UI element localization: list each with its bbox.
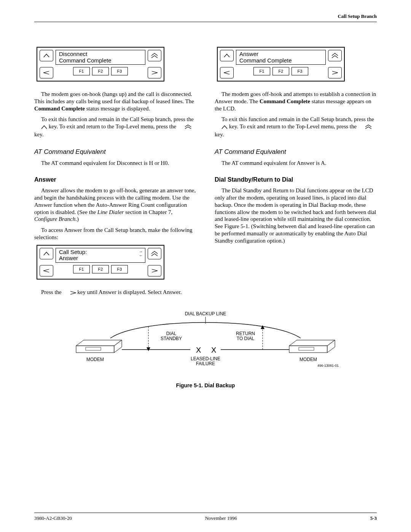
triangle-right-icon [63,289,76,297]
triangle-left-icon [43,269,49,273]
body-text: The AT command equivalent for Disconnect… [34,160,196,167]
text-italic: Configure Branch [34,216,75,222]
f2-button[interactable]: F2 [92,67,109,75]
lcd-display: Disconnect Command Complete [56,50,145,65]
subheading-dial-standby: Dial Standby/Return to Dial [215,176,377,183]
f3-button[interactable]: F3 [111,67,128,75]
svg-rect-1 [76,346,114,353]
triangle-right-icon [332,71,338,75]
text-run: To exit this function and remain in the … [41,116,194,122]
right-button[interactable] [328,67,342,78]
arrow-up-icon [261,325,264,329]
failure-x-icon: X [211,346,216,354]
lcd-display: Call Setup: Answer →← [56,248,145,263]
f1-button[interactable]: F1 [253,67,270,75]
two-column-layout: Disconnect Command Complete [34,47,377,300]
up-button[interactable] [220,50,234,61]
label-leased-line-failure: LEASED-LINEFAILURE [191,356,220,366]
body-text: The AT command equivalent for Answer is … [215,160,377,167]
text-italic: Line Dialer [97,209,124,215]
dial-backup-diagram: DIAL BACKUP LINE X X [65,312,346,376]
footer-page-number: 5-3 [370,515,377,521]
left-button[interactable] [220,67,234,78]
text-run: Press the [41,289,63,295]
double-triangle-up-icon [151,251,158,256]
left-button[interactable] [40,265,53,276]
subheading-answer: Answer [34,176,196,183]
drawing-number: 496-13081-01 [317,364,339,367]
triangle-right-icon [151,269,158,273]
double-triangle-up-icon [358,124,372,131]
triangle-up-icon [215,124,228,131]
triangle-right-icon [151,71,158,75]
body-text: The Dial Standby and Return to Dial func… [215,187,377,244]
text-run: key. [34,131,43,137]
label-modem: MODEM [299,357,317,362]
right-button[interactable] [148,265,161,276]
triangle-up-icon [43,252,49,256]
text-run: key. To exit and return to the Top-Level… [229,123,358,129]
left-button[interactable] [40,67,53,78]
body-text: The modem goes on-hook (hangs up) and th… [34,91,196,112]
triangle-left-icon [224,71,230,75]
double-triangle-up-icon [331,53,338,58]
footer-doc-id: 3980-A2-GB30-20 [34,515,72,521]
triangle-up-icon [43,54,49,58]
label-modem: MODEM [86,357,104,362]
figure-caption: Figure 5-1. Dial Backup [34,382,377,388]
triangle-up-icon [34,124,47,131]
lcd-line1: Answer [239,51,322,58]
text-run: key. [215,131,224,137]
text-run: .) [75,216,79,222]
right-button[interactable] [148,67,161,78]
page-footer: 3980-A2-GB30-20 November 1996 5-3 [34,513,377,521]
f2-button[interactable]: F2 [92,265,109,273]
home-button[interactable] [148,50,161,61]
modem-right-icon [289,340,335,353]
body-text: Press the key until Answer is displayed.… [34,289,196,297]
body-text: The modem goes off-hook and attempts to … [215,91,377,112]
lcd-line2: Command Complete [239,58,322,64]
lcd-panel-disconnect: Disconnect Command Complete [37,47,164,81]
f3-button[interactable]: F3 [111,265,128,273]
text-run: status message is displayed. [85,105,150,112]
up-button[interactable] [40,50,53,61]
lcd-display: Answer Command Complete [236,50,326,65]
home-button[interactable] [328,50,342,61]
label-dial-standby: DIALSTANDBY [161,331,182,341]
body-text: To exit this function and remain in the … [215,116,377,138]
text-run: key until Answer is displayed. Select An… [77,289,182,295]
lcd-panel-answer: Answer Command Complete [217,47,345,81]
text-bold: Command Complete [34,105,85,112]
f1-button[interactable]: F1 [73,265,90,273]
text-run: key. To exit and return to the Top-Level… [49,123,178,129]
text-run: To exit this function and remain in the … [221,116,374,122]
subheading-at-equiv: AT Command Equivalent [34,148,196,156]
lcd-line1: Disconnect [59,51,142,58]
left-column: Disconnect Command Complete [34,47,196,300]
subheading-at-equiv: AT Command Equivalent [215,148,377,156]
scroll-indicator-icon: →← [139,250,143,257]
svg-rect-3 [289,346,327,353]
up-button[interactable] [40,248,53,259]
lcd-panel-callsetup: Call Setup: Answer →← [37,245,164,280]
right-column: Answer Command Complete [215,47,377,300]
footer-date: November 1996 [205,515,237,521]
lcd-line2: Answer [59,255,142,262]
double-triangle-up-icon [178,124,191,131]
label-return-to-dial: RETURNTO DIAL [236,331,255,341]
f1-button[interactable]: F1 [73,67,90,75]
home-button[interactable] [148,248,161,259]
modem-left-icon [76,340,122,353]
lcd-line1: Call Setup: [59,249,142,256]
text-run: The modem goes on-hook (hangs up) and th… [34,91,194,104]
body-text: Answer allows the modem to go off-hook, … [34,187,196,223]
triangle-left-icon [43,71,49,75]
f2-button[interactable]: F2 [272,67,289,75]
lcd-line2: Command Complete [59,58,142,64]
triangle-up-icon [224,54,230,58]
label-dial-backup-line: DIAL BACKUP LINE [185,312,226,316]
arrow-down-icon [147,347,150,351]
failure-x-icon: X [196,346,201,354]
f3-button[interactable]: F3 [292,67,308,75]
